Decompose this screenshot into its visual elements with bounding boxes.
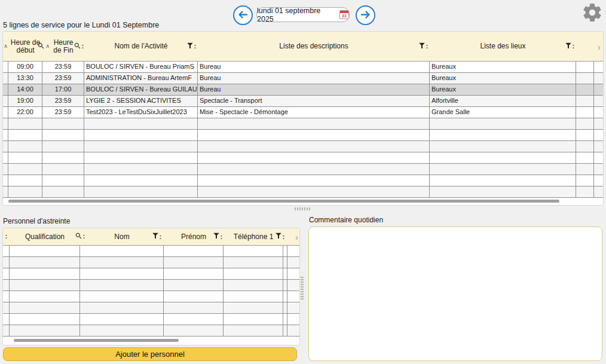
column-header-prenom[interactable]: Prénom : [164,228,224,245]
next-day-button[interactable] [356,5,375,25]
column-header-icons[interactable]: : [565,42,574,50]
telephone-cell [224,302,283,313]
lieux-cell [430,186,576,197]
table-row[interactable] [3,325,299,337]
filter-icon [276,233,281,241]
service-horizontal-scrollbar[interactable] [8,200,559,203]
column-header-extra [576,32,594,61]
service-grid-header: ∧ Heure de début ∧ Heure de Fin : Nom de… [3,32,603,62]
table-row[interactable] [3,118,603,130]
previous-day-button[interactable] [233,5,253,25]
lieux-cell: Bureaux [430,62,576,72]
heure-fin-cell [42,152,84,163]
table-row[interactable]: 09:0023:59BOULOC / SIRVEN - Bureau Priam… [3,62,603,73]
column-header-icons[interactable]: : [419,42,428,50]
table-row[interactable] [3,257,299,268]
table-row[interactable] [3,130,603,141]
table-row[interactable] [3,314,299,325]
column-header-icons[interactable]: : [187,42,196,50]
table-row[interactable] [3,268,299,280]
column-header-heure-debut[interactable]: Heure de début ∧ [8,32,42,61]
column-header-row-selector[interactable]: : [3,228,10,245]
scroll-columns-right-icon[interactable]: › [295,232,298,242]
table-row[interactable] [3,152,603,164]
table-row[interactable] [3,186,603,198]
lieux-cell: Alfortville [430,96,576,106]
service-grid-panel: ∧ Heure de début ∧ Heure de Fin : Nom de… [2,31,604,206]
row-selector-cell [3,268,10,279]
gear-icon [581,16,603,25]
table-row[interactable]: 14:0017:00BOULOC / SIRVEN - Bureau GUILA… [3,84,603,96]
table-row[interactable]: 13:3023:59ADMINISTRATION - Bureau ArtemF… [3,73,603,84]
heure-fin-cell: 17:00 [42,84,84,95]
nom-cell [80,280,164,290]
descriptions-cell [198,186,430,197]
column-menu-icon: : [194,44,196,50]
telephone-cell [224,325,283,336]
column-header-qualification[interactable]: Qualification : [10,228,80,245]
lieux-cell: Bureaux [430,73,576,84]
table-row[interactable] [3,280,299,291]
column-header-descriptions[interactable]: Liste des descriptions : [198,32,430,61]
table-row[interactable]: 22:0023:59Test2023 - LeTestDuSixJuillet2… [3,107,603,118]
heure-debut-cell [8,175,42,186]
horizontal-splitter-handle[interactable] [295,207,311,210]
personnel-horizontal-scrollbar[interactable] [14,339,179,342]
column-header-telephone[interactable]: Téléphone 1 : [224,228,283,245]
table-row[interactable] [3,302,299,314]
table-row[interactable] [3,291,299,302]
extra-cell [283,268,287,279]
column-header-row-selector[interactable]: ∧ [3,32,8,61]
column-header-icons[interactable]: ∧ [38,42,50,51]
heure-fin-cell: 23:59 [42,96,84,106]
row-selector-cell [3,96,8,106]
column-header-icons[interactable]: : [74,42,84,51]
prenom-cell [164,257,224,268]
extra-cell [576,62,594,72]
extra-cell [283,325,287,336]
column-menu-icon: : [82,44,84,50]
heure-debut-cell: 22:00 [8,107,42,118]
settings-button[interactable] [581,2,604,25]
column-header-icons[interactable]: : [213,233,222,241]
table-row[interactable] [3,246,299,257]
descriptions-cell [198,130,430,140]
extra-cell [283,302,287,313]
personnel-grid-panel: : Qualification : Nom : Prénom : Télépho… [2,228,300,345]
prenom-cell [164,314,224,325]
column-header-activite[interactable]: Nom de l'Activité : [84,32,198,61]
heure-debut-cell [8,152,42,163]
column-header-lieux[interactable]: Liste des lieux : [430,32,576,61]
vertical-splitter-handle[interactable] [301,276,304,299]
column-header-icons[interactable]: : [276,233,284,241]
daily-comment-textarea[interactable] [308,227,602,361]
nom-cell [80,302,164,313]
scroll-columns-right-icon[interactable]: › [598,41,601,51]
column-label: Qualification [25,233,65,241]
row-selector-cell [3,325,10,336]
table-row[interactable] [3,164,603,175]
row-selector-cell [3,291,10,302]
table-row[interactable]: 19:0023:59LYGIE 2 - SESSION ACTIVITESSpe… [3,96,603,107]
descriptions-cell [198,175,430,186]
column-header-icons[interactable]: : [152,233,161,241]
row-selector-cell [3,84,8,95]
lieux-cell: Grande Salle [430,107,576,118]
column-menu-icon: : [160,234,161,240]
search-icon [38,42,44,51]
activite-cell [84,186,198,197]
descriptions-cell: Bureau [198,62,430,72]
column-header-nom[interactable]: Nom : [80,228,164,245]
date-picker-field[interactable]: lundi 01 septembre 2025 31 [256,7,350,22]
row-selector-cell [3,175,8,186]
descriptions-cell [198,118,430,129]
table-row[interactable] [3,141,603,152]
table-row[interactable] [3,175,603,186]
row-selector-cell [3,186,8,197]
add-personnel-button[interactable]: Ajouter le personnel [3,347,297,361]
column-label: Nom de l'Activité [115,42,168,50]
extra-cell [576,186,594,197]
service-grid-title: 5 lignes de service pour le Lundi 01 Sep… [3,21,159,29]
column-header-icons[interactable]: : [75,233,85,241]
arrow-right-icon [360,9,371,22]
